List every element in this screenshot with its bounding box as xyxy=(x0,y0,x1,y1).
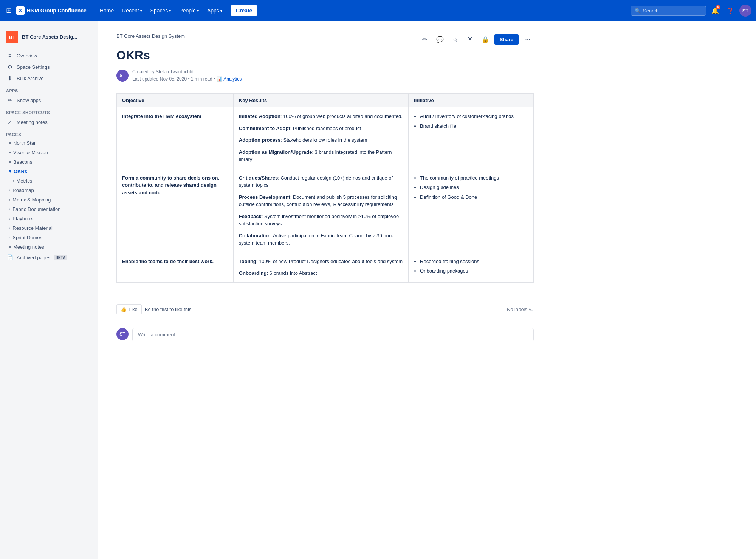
author-avatar: ST xyxy=(116,70,129,82)
main-content: BT Core Assets Design System ✏ 💬 ☆ 👁 🔒 S… xyxy=(98,21,552,559)
sidebar-archived-pages[interactable]: 📄 Archived pages BETA xyxy=(0,252,98,263)
chevron-right-icon: › xyxy=(9,207,10,211)
comment-icon[interactable]: 💬 xyxy=(434,33,446,45)
col-initiative: Initiative xyxy=(409,94,534,107)
sidebar-item-overview[interactable]: ≡ Overview xyxy=(0,50,98,61)
kr-bold: Initiated Adoption xyxy=(239,113,280,119)
restrict-icon[interactable]: 🔒 xyxy=(479,33,491,45)
search-box[interactable]: 🔍 Search xyxy=(631,6,706,16)
sidebar-page-vison-mission[interactable]: Vison & Mission xyxy=(0,148,98,157)
watch-icon[interactable]: 👁 xyxy=(464,33,476,45)
comment-row: ST Write a comment... xyxy=(116,328,534,341)
sidebar-page-metrics[interactable]: › Metrics xyxy=(0,176,98,186)
sidebar-page-north-star[interactable]: North Star xyxy=(0,138,98,148)
help-button[interactable]: ❓ xyxy=(724,5,736,17)
dot-icon xyxy=(9,152,11,153)
kr-bold: Tooling xyxy=(239,259,256,264)
initiative-cell: The community of practice meetingsDesign… xyxy=(409,169,534,252)
nav-apps[interactable]: Apps ▾ xyxy=(203,5,226,16)
sidebar-item-label: Space Settings xyxy=(17,64,50,70)
sidebar-item-show-apps[interactable]: ✏ Show apps xyxy=(0,94,98,106)
app-name: H&M Group Confluence xyxy=(27,8,87,14)
nav-spaces[interactable]: Spaces ▾ xyxy=(147,5,175,16)
key-results-cell: Initiated Adoption: 100% of group web pr… xyxy=(233,107,408,169)
app-logo[interactable]: X H&M Group Confluence xyxy=(16,6,87,15)
shortcuts-section-label: SPACE SHORTCUTS xyxy=(0,106,98,116)
initiative-cell: Audit / Inventory of customer-facing bra… xyxy=(409,107,534,169)
grid-icon[interactable]: ⊞ xyxy=(5,5,13,16)
kr-entry: Initiated Adoption: 100% of group web pr… xyxy=(239,113,403,120)
initiative-cell: Recorded training sessionsOnboarding pac… xyxy=(409,252,534,282)
space-name: BT Core Assets Desig... xyxy=(22,34,77,40)
chevron-right-icon: › xyxy=(9,198,10,202)
sidebar-item-space-settings[interactable]: ⚙ Space Settings xyxy=(0,61,98,73)
commenter-avatar: ST xyxy=(116,328,129,340)
nav-home[interactable]: Home xyxy=(96,5,118,16)
initiative-item: The community of practice meetings xyxy=(420,174,528,182)
sidebar-page-roadmap[interactable]: › Roadmap xyxy=(0,186,98,195)
beta-badge: BETA xyxy=(54,255,67,260)
col-objective: Objective xyxy=(117,94,234,107)
thumbs-up-icon: 👍 xyxy=(121,307,127,312)
pages-section-label: PAGES xyxy=(0,128,98,138)
author-name: Created by Stefan Twardochlib xyxy=(132,68,242,76)
user-avatar[interactable]: ST xyxy=(739,5,751,17)
page-label: Fabric Documentation xyxy=(12,206,60,212)
sidebar-page-meeting-notes[interactable]: Meeting notes xyxy=(0,242,98,252)
kr-entry: Tooling: 100% of new Product Designers e… xyxy=(239,258,403,265)
sidebar-page-sprint-demos[interactable]: › Sprint Demos xyxy=(0,233,98,242)
page-label: OKRs xyxy=(14,169,27,174)
like-row: 👍 Like Be the first to like this xyxy=(116,304,191,314)
archive-icon: ⬇ xyxy=(6,75,14,81)
nav-right: 🔍 Search 🔔 6 ❓ ST xyxy=(631,5,751,17)
page-label: Playbook xyxy=(12,216,33,221)
share-button[interactable]: Share xyxy=(494,34,519,45)
nav-divider xyxy=(91,6,91,15)
more-actions-icon[interactable]: ··· xyxy=(522,33,534,45)
kr-bold: Collaboration xyxy=(239,233,271,238)
kr-entry: Onboarding: 6 brands into Abstract xyxy=(239,269,403,277)
sidebar: BT BT Core Assets Desig... ≡ Overview ⚙ … xyxy=(0,21,98,559)
sidebar-space-header[interactable]: BT BT Core Assets Desig... xyxy=(0,27,98,47)
page-label: Beacons xyxy=(13,159,33,165)
bottom-section: 👍 Like Be the first to like this No labe… xyxy=(116,298,534,321)
apps-icon: ✏ xyxy=(6,97,14,103)
page-label: Metrics xyxy=(16,178,32,184)
sidebar-item-label: Overview xyxy=(17,53,37,59)
sidebar-item-bulk-archive[interactable]: ⬇ Bulk Archive xyxy=(0,73,98,84)
like-button[interactable]: 👍 Like xyxy=(116,304,142,314)
initiative-item: Brand sketch file xyxy=(420,122,528,130)
analytics-link[interactable]: 📊 Analytics xyxy=(217,76,242,83)
author-info: Created by Stefan Twardochlib Last updat… xyxy=(132,68,242,83)
kr-entry: Feedback: System investment mentioned po… xyxy=(239,213,403,228)
table-row: Form a community to share decisions on, … xyxy=(117,169,534,252)
sidebar-page-okrs[interactable]: ▾ OKRs xyxy=(0,167,98,176)
sidebar-page-resource-material[interactable]: › Resource Material xyxy=(0,223,98,233)
sidebar-page-beacons[interactable]: Beacons xyxy=(0,157,98,167)
nav-recent[interactable]: Recent ▾ xyxy=(118,5,146,16)
chevron-right-icon: › xyxy=(9,235,10,240)
sidebar-page-fabric-doc[interactable]: › Fabric Documentation xyxy=(0,204,98,214)
comment-input[interactable]: Write a comment... xyxy=(132,328,534,341)
initiative-item: Design guidelines xyxy=(420,184,528,191)
shortcut-label: Meeting notes xyxy=(17,119,48,125)
initiative-item: Definition of Good & Done xyxy=(420,194,528,201)
page-label: Matrix & Mapping xyxy=(12,197,51,203)
kr-bold: Process Development xyxy=(239,194,290,200)
notifications-button[interactable]: 🔔 6 xyxy=(709,5,721,17)
edit-icon[interactable]: ✏ xyxy=(419,33,431,45)
sidebar-page-matrix-mapping[interactable]: › Matrix & Mapping xyxy=(0,195,98,204)
notification-badge: 6 xyxy=(716,5,720,9)
sidebar-item-meeting-notes-shortcut[interactable]: ↗ Meeting notes xyxy=(0,116,98,128)
initiative-item: Recorded training sessions xyxy=(420,258,528,265)
star-icon[interactable]: ☆ xyxy=(449,33,461,45)
like-prompt: Be the first to like this xyxy=(145,307,192,312)
author-row: ST Created by Stefan Twardochlib Last up… xyxy=(116,68,534,83)
page-label: North Star xyxy=(13,140,36,146)
nav-people[interactable]: People ▾ xyxy=(175,5,203,16)
table-row: Enable the teams to do their best work.T… xyxy=(117,252,534,282)
label-icon: 🏷 xyxy=(529,307,534,312)
sidebar-page-playbook[interactable]: › Playbook xyxy=(0,214,98,223)
archived-label: Archived pages xyxy=(17,255,51,260)
create-button[interactable]: Create xyxy=(231,5,258,16)
